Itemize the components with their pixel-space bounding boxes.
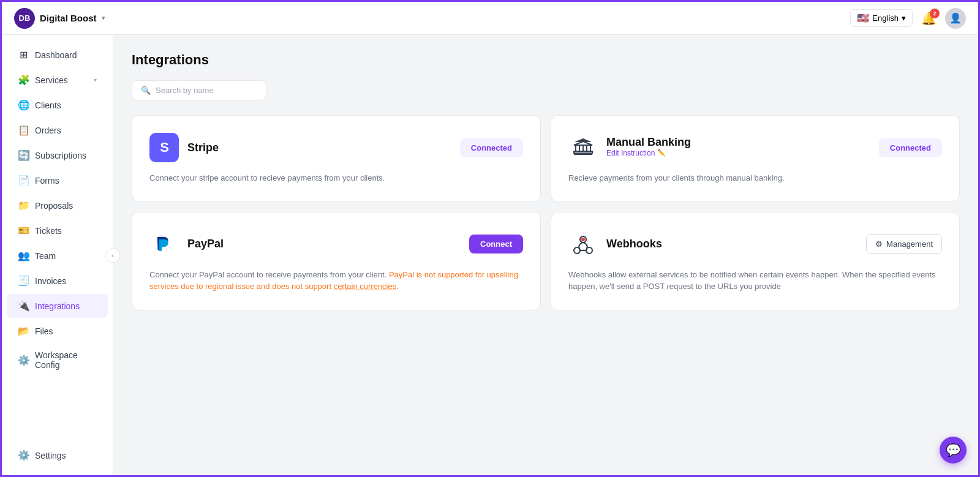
sidebar-item-label: Clients: [35, 100, 61, 110]
sidebar-item-label: Invoices: [35, 276, 66, 286]
manual-banking-card: Manual Banking Edit Instruction ✏️ Conne…: [551, 115, 960, 202]
paypal-card-header: PayPal Connect: [149, 230, 523, 259]
tickets-icon: 🎫: [18, 225, 29, 236]
sidebar-bottom: ⚙️ Settings: [2, 443, 113, 468]
chevron-down-icon: ▾: [94, 77, 97, 83]
chat-bubble-button[interactable]: 💬: [940, 437, 967, 464]
paypal-warning-text: PayPal is not supported for upselling se…: [149, 270, 518, 291]
paypal-card-description: Connect your PayPal account to receive p…: [149, 269, 523, 293]
search-icon: 🔍: [141, 86, 151, 95]
stripe-title-row: S Stripe: [149, 133, 219, 162]
subscriptions-icon: 🔄: [18, 149, 29, 161]
paypal-card-name: PayPal: [187, 238, 224, 250]
flag-icon: 🇺🇸: [857, 12, 869, 24]
sidebar-item-label: Settings: [35, 451, 66, 460]
settings-icon: ⚙️: [18, 449, 29, 461]
gear-icon: ⚙: [875, 239, 883, 249]
sidebar-item-clients[interactable]: 🌐 Clients: [7, 93, 108, 117]
language-chevron-icon: ▾: [902, 13, 906, 23]
webhooks-title-row: Webhooks: [568, 230, 662, 259]
paypal-connect-button[interactable]: Connect: [469, 235, 523, 254]
sidebar-item-forms[interactable]: 📄 Forms: [7, 168, 108, 192]
sidebar-item-label: Integrations: [35, 301, 80, 311]
user-avatar[interactable]: 👤: [945, 8, 966, 29]
integrations-grid: S Stripe Connected Connect your stripe a…: [132, 115, 960, 310]
webhooks-card-name: Webhooks: [606, 238, 662, 250]
sidebar-item-integrations[interactable]: 🔌 Integrations: [7, 294, 108, 318]
notification-badge: 2: [930, 9, 940, 18]
sidebar-item-invoices[interactable]: 🧾 Invoices: [7, 269, 108, 293]
webhook-logo-icon: [568, 230, 598, 259]
webhooks-card: Webhooks ⚙ Management Webhooks allow ext…: [551, 212, 960, 310]
sidebar-item-label: Tickets: [35, 226, 62, 236]
chat-icon: 💬: [946, 443, 961, 457]
stripe-card: S Stripe Connected Connect your stripe a…: [132, 115, 541, 202]
main-content: Integrations 🔍 S Stripe Connected Connec…: [113, 35, 978, 475]
brand-name: Digital Boost: [40, 13, 97, 23]
brand-chevron-icon[interactable]: ▾: [102, 14, 105, 22]
sidebar-item-dashboard[interactable]: ⊞ Dashboard: [7, 43, 108, 67]
paypal-title-row: PayPal: [149, 230, 224, 259]
sidebar-item-label: Proposals: [35, 201, 73, 211]
services-icon: 🧩: [18, 74, 29, 86]
integrations-icon: 🔌: [18, 300, 29, 312]
sidebar-item-orders[interactable]: 📋 Orders: [7, 118, 108, 142]
sidebar-item-label: Orders: [35, 126, 61, 135]
stripe-logo-icon: S: [149, 133, 179, 162]
manual-banking-card-name: Manual Banking: [606, 136, 691, 149]
webhooks-card-header: Webhooks ⚙ Management: [568, 230, 942, 259]
sidebar-item-subscriptions[interactable]: 🔄 Subscriptions: [7, 143, 108, 167]
bank-logo-icon: [568, 133, 598, 162]
sidebar-item-files[interactable]: 📂 Files: [7, 319, 108, 343]
manual-banking-card-description: Recieve payments from your clients throu…: [568, 172, 942, 184]
invoices-icon: 🧾: [18, 275, 29, 287]
sidebar-item-label: Forms: [35, 176, 59, 186]
paypal-card: PayPal Connect Connect your PayPal accou…: [132, 212, 541, 310]
layout: ‹ ⊞ Dashboard 🧩 Services ▾ 🌐 Clients 📋 O…: [2, 35, 978, 475]
notifications-button[interactable]: 🔔 2: [921, 11, 937, 26]
sidebar-item-label: Files: [35, 326, 53, 336]
topbar: DB Digital Boost ▾ 🇺🇸 English ▾ 🔔 2 👤: [2, 2, 978, 35]
edit-instruction-row: Edit Instruction ✏️: [606, 149, 691, 157]
sidebar-item-workspace[interactable]: ⚙️ Workspace Config: [7, 344, 108, 376]
orders-icon: 📋: [18, 124, 29, 136]
language-label: English: [872, 13, 899, 23]
topbar-right: 🇺🇸 English ▾ 🔔 2 👤: [850, 8, 966, 29]
page-title: Integrations: [132, 52, 960, 68]
stripe-card-name: Stripe: [187, 141, 219, 154]
edit-pencil-icon[interactable]: ✏️: [657, 149, 666, 157]
sidebar-item-label: Subscriptions: [35, 151, 86, 160]
brand-area: DB Digital Boost ▾: [14, 8, 105, 29]
manual-banking-sub-header: Manual Banking Edit Instruction ✏️: [606, 136, 691, 160]
brand-avatar: DB: [14, 8, 35, 29]
files-icon: 📂: [18, 325, 29, 337]
sidebar-item-label: Dashboard: [35, 50, 77, 60]
search-input[interactable]: [156, 86, 257, 95]
sidebar-item-label: Workspace Config: [35, 350, 97, 370]
forms-icon: 📄: [18, 175, 29, 186]
sidebar-item-team[interactable]: 👥 Team: [7, 244, 108, 268]
language-selector[interactable]: 🇺🇸 English ▾: [850, 9, 913, 27]
clients-icon: 🌐: [18, 99, 29, 111]
paypal-currencies-link[interactable]: certain currencies: [334, 282, 397, 291]
stripe-card-description: Connect your stripe account to recieve p…: [149, 172, 523, 184]
sidebar-item-label: Services: [35, 75, 68, 85]
proposals-icon: 📁: [18, 200, 29, 211]
edit-instruction-link[interactable]: Edit Instruction: [606, 149, 655, 157]
sidebar-item-tickets[interactable]: 🎫 Tickets: [7, 219, 108, 242]
sidebar-item-services[interactable]: 🧩 Services ▾: [7, 68, 108, 92]
sidebar-item-settings[interactable]: ⚙️ Settings: [7, 443, 108, 467]
sidebar-item-label: Team: [35, 251, 56, 261]
stripe-card-header: S Stripe Connected: [149, 133, 523, 162]
svg-rect-0: [574, 153, 592, 155]
team-icon: 👥: [18, 250, 29, 261]
sidebar-item-proposals[interactable]: 📁 Proposals: [7, 193, 108, 217]
manual-banking-connected-button[interactable]: Connected: [879, 138, 942, 157]
webhooks-management-button[interactable]: ⚙ Management: [866, 234, 942, 254]
workspace-icon: ⚙️: [18, 355, 29, 366]
sidebar-collapse-button[interactable]: ‹: [105, 248, 120, 263]
webhooks-card-description: Webhooks allow external services to be n…: [568, 269, 942, 293]
svg-point-6: [581, 238, 585, 241]
search-bar[interactable]: 🔍: [132, 80, 266, 100]
stripe-connected-button[interactable]: Connected: [460, 138, 523, 157]
